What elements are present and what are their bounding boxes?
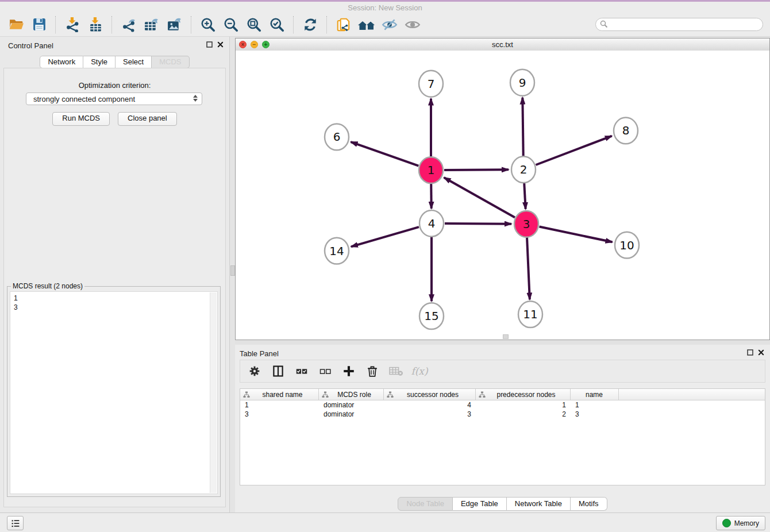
export-image-button[interactable] (165, 16, 184, 34)
network-edge-4-3[interactable] (445, 223, 511, 224)
search-input[interactable] (595, 18, 763, 31)
network-window-title: scc.txt (236, 40, 769, 49)
close-panel-button[interactable] (217, 41, 224, 48)
splitter-handle[interactable] (230, 265, 235, 276)
export-image-icon (167, 17, 183, 32)
network-edge-3-11[interactable] (527, 237, 530, 300)
node-label-9: 9 (519, 76, 526, 90)
tab-node-table[interactable]: Node Table (398, 497, 453, 511)
column-tree-icon (243, 391, 250, 398)
table-header-row: shared nameMCDS rolesuccessor nodesprede… (240, 389, 765, 400)
memory-button[interactable]: Memory (716, 516, 765, 530)
tab-motifs[interactable]: Motifs (571, 497, 607, 511)
network-edge-4-14[interactable] (351, 227, 419, 246)
add-column-icon[interactable] (341, 364, 356, 379)
table-cell: 3 (240, 410, 319, 418)
optimization-criterion-label: Optimization criterion: (4, 81, 225, 90)
toolbar-separator (191, 16, 192, 33)
open-session-button[interactable] (7, 16, 25, 34)
close-table-panel-button[interactable] (758, 349, 764, 356)
float-panel-button[interactable] (206, 41, 213, 48)
zoom-out-icon (223, 17, 239, 33)
save-icon (32, 17, 47, 32)
toolbar-separator (293, 16, 294, 33)
control-panel-tabs: NetworkStyleSelectMCDS (0, 56, 229, 68)
home-button[interactable] (357, 16, 376, 34)
node-label-6: 6 (333, 130, 341, 144)
zoom-in-button[interactable] (199, 16, 217, 34)
column-header-label: MCDS role (329, 391, 383, 399)
duplicate-network-button[interactable] (334, 16, 353, 34)
hide-selected-button[interactable] (380, 16, 399, 34)
column-header-name[interactable]: name (571, 389, 619, 400)
column-tree-icon (322, 391, 329, 398)
column-header-label: predecessor nodes (486, 391, 570, 399)
run-mcds-button[interactable]: Run MCDS (52, 112, 110, 126)
zoom-fit-button[interactable] (245, 16, 263, 34)
network-edge-2-8[interactable] (536, 136, 611, 165)
duplicate-network-icon (336, 17, 352, 33)
export-table-button[interactable] (143, 16, 161, 34)
zoom-selected-icon (269, 17, 285, 33)
main-toolbar (0, 13, 770, 37)
network-canvas[interactable]: 1234678910111415 (236, 51, 769, 340)
column-header-label: shared name (250, 391, 318, 399)
zoom-selected-button[interactable] (268, 16, 286, 34)
unselect-all-icon[interactable] (318, 364, 333, 379)
import-network-button[interactable] (63, 16, 82, 34)
control-panel-title: Control Panel (8, 41, 53, 50)
mcds-result-text[interactable]: 1 3 (10, 292, 217, 494)
result-scrollbar[interactable] (210, 292, 217, 493)
column-header-successor-nodes[interactable]: successor nodes (384, 389, 476, 400)
tab-style[interactable]: Style (83, 56, 116, 68)
network-window-titlebar[interactable]: × − + scc.txt (236, 38, 769, 51)
gear-icon[interactable] (247, 364, 262, 379)
node-label-2: 2 (520, 163, 528, 176)
network-edge-1-2[interactable] (444, 169, 509, 170)
tab-edge-table[interactable]: Edge Table (453, 497, 507, 511)
network-edge-3-1[interactable] (444, 178, 515, 218)
mcds-panel: Optimization criterion: strongly connect… (3, 68, 226, 507)
task-history-button[interactable] (7, 516, 24, 530)
table-row[interactable]: 1dominator411 (240, 400, 765, 410)
column-header-shared-name[interactable]: shared name (240, 389, 319, 400)
import-network-icon (65, 17, 80, 32)
table-cell: 1 (571, 401, 619, 409)
split-columns-icon[interactable] (271, 364, 286, 379)
show-all-button (403, 16, 422, 34)
close-panel-button-mcds[interactable]: Close panel (118, 112, 177, 126)
node-table: shared nameMCDS rolesuccessor nodesprede… (240, 388, 765, 485)
refresh-button[interactable] (301, 16, 319, 34)
import-table-button[interactable] (86, 16, 105, 34)
eye-icon (404, 17, 421, 33)
tab-mcds[interactable]: MCDS (152, 56, 189, 68)
zoom-out-button[interactable] (222, 16, 240, 34)
column-header-predecessor-nodes[interactable]: predecessor nodes (476, 389, 571, 400)
save-session-button[interactable] (30, 16, 48, 34)
toolbar-separator (111, 16, 113, 33)
network-edge-2-9[interactable] (522, 98, 523, 157)
node-label-3: 3 (523, 217, 530, 231)
column-header-MCDS-role[interactable]: MCDS role (319, 389, 384, 400)
network-edge-1-6[interactable] (351, 142, 419, 165)
table-cell: 4 (384, 401, 476, 409)
network-edge-2-3[interactable] (524, 183, 525, 209)
trash-icon[interactable] (365, 364, 380, 379)
tab-network-table[interactable]: Network Table (507, 497, 571, 511)
criterion-select[interactable]: strongly connected component (26, 92, 202, 105)
select-all-icon[interactable] (294, 364, 309, 379)
network-edge-3-10[interactable] (540, 227, 613, 242)
criterion-value: strongly connected component (33, 95, 135, 103)
table-panel: Table Panel f(x) shared nameMCDS rolesuc… (235, 345, 770, 513)
float-table-panel-button[interactable] (747, 349, 753, 356)
canvas-resize-grip[interactable] (503, 334, 509, 339)
tab-select[interactable]: Select (116, 56, 152, 68)
node-label-15: 15 (424, 309, 438, 323)
import-table-icon (88, 17, 103, 32)
tab-network[interactable]: Network (40, 56, 83, 68)
memory-label: Memory (734, 519, 759, 527)
table-row[interactable]: 3dominator323 (240, 410, 765, 419)
control-panel: Control Panel NetworkStyleSelectMCDS Opt… (0, 37, 230, 513)
export-network-button[interactable] (120, 16, 138, 34)
panel-splitter[interactable] (230, 37, 235, 513)
